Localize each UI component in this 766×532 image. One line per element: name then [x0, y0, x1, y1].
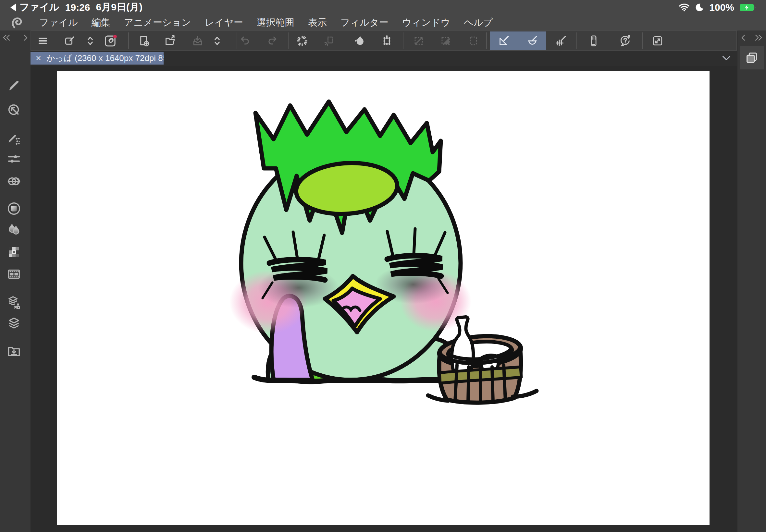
edge-keyboard-icon [588, 35, 600, 47]
tool-layers[interactable] [6, 316, 21, 331]
new-canvas-button[interactable] [135, 32, 153, 50]
snap-ruler-icon [498, 34, 511, 47]
menu-layer[interactable]: レイヤー [198, 16, 250, 29]
sliders-icon [6, 151, 21, 166]
chevron-left-icon[interactable] [741, 34, 746, 42]
menu-view[interactable]: 表示 [301, 16, 334, 29]
snap-to-grid-button[interactable] [552, 32, 570, 50]
invert-selection-icon [440, 35, 452, 47]
deselect-icon [413, 35, 425, 47]
tool-operation[interactable] [6, 103, 21, 117]
snap-button-group [490, 31, 546, 50]
transform-button[interactable] [378, 32, 396, 50]
menu-help[interactable]: ヘルプ [457, 16, 500, 29]
tool-color-mix[interactable] [6, 223, 21, 237]
selection-area-button[interactable] [464, 32, 482, 50]
battery-percent: 100% [709, 2, 734, 13]
main-menu-button[interactable] [34, 32, 52, 50]
new-canvas-icon [138, 35, 150, 47]
snap-to-ruler-button[interactable] [490, 32, 518, 50]
collapse-expand-button[interactable] [81, 32, 99, 50]
fill-drop-icon [354, 35, 366, 47]
tool-property[interactable] [6, 151, 21, 166]
layer-property-icon [6, 295, 21, 310]
ipad-status-bar: ファイル 19:26 6月9日(月) 100% [0, 0, 766, 15]
tool-color-set[interactable] [6, 245, 21, 260]
toolbar-separator [288, 32, 288, 49]
menu-selection[interactable]: 選択範囲 [250, 16, 301, 29]
redo-button[interactable] [263, 32, 281, 50]
left-tool-sidebar [0, 30, 30, 532]
open-file-icon [164, 35, 176, 47]
redo-icon [266, 35, 278, 47]
tab-list-button[interactable] [721, 54, 732, 63]
clip-studio-home-button[interactable] [102, 32, 120, 50]
chevron-right-icon[interactable] [23, 34, 28, 42]
tool-color-wheel[interactable] [6, 201, 21, 216]
menu-window[interactable]: ウィンドウ [395, 16, 457, 29]
operation-cursor-icon [6, 103, 21, 117]
layers-icon [6, 316, 21, 331]
share-edit-button[interactable] [61, 32, 79, 50]
tool-pen[interactable] [6, 78, 21, 93]
tool-color-swap[interactable] [6, 174, 21, 189]
close-tab-icon[interactable]: × [36, 54, 41, 63]
moon-focus-icon [695, 3, 704, 12]
film-strip-icon [6, 267, 21, 282]
save-icon [191, 35, 204, 47]
battery-charging-icon [739, 3, 756, 12]
drawing-canvas[interactable] [57, 71, 710, 525]
status-date: 6月9日(月) [96, 1, 142, 14]
tool-material[interactable] [6, 344, 21, 358]
transform-icon [381, 35, 393, 47]
chevrons-left-icon[interactable] [2, 34, 11, 42]
menu-filter[interactable]: フィルター [334, 16, 395, 29]
notification-badge [113, 35, 117, 38]
status-time: 19:26 [65, 2, 90, 13]
invert-selection-button[interactable] [437, 32, 455, 50]
document-tab-title: かっぱ (2360 x 1640px 72dpi 85.3%) [46, 53, 164, 64]
open-file-button[interactable] [161, 32, 179, 50]
fullscreen-button[interactable] [649, 32, 667, 50]
chevrons-right-icon[interactable] [754, 34, 763, 42]
undo-icon [239, 35, 251, 47]
color-swap-icon [6, 174, 21, 189]
auto-select-button[interactable] [293, 32, 311, 50]
share-edit-icon [64, 35, 76, 47]
tool-sub-tool[interactable] [6, 131, 21, 146]
collapse-expand-button-2[interactable] [208, 32, 226, 50]
download-folder-icon [6, 344, 21, 358]
back-app-label: ファイル [19, 1, 59, 14]
navigator-button[interactable] [740, 46, 764, 69]
menu-edit[interactable]: 編集 [85, 16, 117, 29]
tool-layer-property[interactable] [6, 295, 21, 310]
help-button[interactable] [616, 32, 634, 50]
edge-keyboard-button[interactable] [585, 32, 603, 50]
back-to-app-chip[interactable]: ファイル [10, 1, 59, 14]
toolbar-separator [486, 32, 487, 49]
color-set-icon [6, 245, 21, 260]
overlapping-squares-icon [744, 50, 759, 65]
snap-grid-icon [555, 34, 568, 47]
undo-button[interactable] [236, 32, 254, 50]
tool-timeline[interactable] [6, 267, 21, 282]
snap-special-ruler-icon [526, 34, 539, 47]
bath-water-line [254, 377, 464, 381]
clip-studio-paint-logo [10, 16, 24, 30]
selection-area-icon [467, 35, 480, 47]
document-tab-bar: × かっぱ (2360 x 1640px 72dpi 85.3%) [30, 51, 737, 66]
deselect-button[interactable] [410, 32, 428, 50]
command-bar [30, 30, 737, 51]
wifi-icon [679, 3, 690, 12]
select-launcher-button[interactable] [321, 32, 339, 50]
save-button[interactable] [188, 32, 207, 50]
back-triangle-icon [10, 3, 16, 12]
menu-file[interactable]: ファイル [32, 16, 85, 29]
color-wheel-icon [6, 201, 21, 216]
menu-animation[interactable]: アニメーション [117, 16, 198, 29]
snap-to-special-ruler-button[interactable] [518, 32, 546, 50]
fill-button[interactable] [351, 32, 369, 50]
document-tab[interactable]: × かっぱ (2360 x 1640px 72dpi 85.3%) [30, 52, 164, 65]
menu-bar: ファイル 編集 アニメーション レイヤー 選択範囲 表示 フィルター ウィンドウ… [0, 15, 766, 31]
hamburger-icon [37, 35, 49, 47]
